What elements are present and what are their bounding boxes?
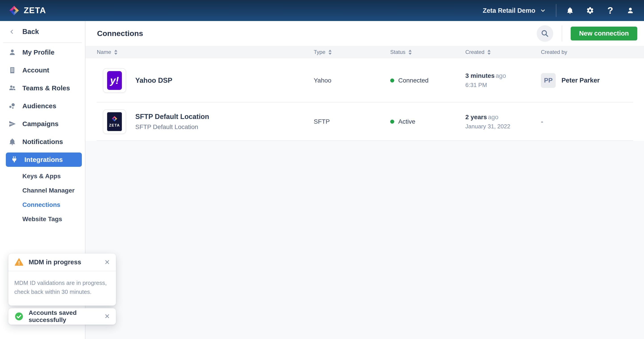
table-row[interactable]: y! Yahoo DSP Yahoo Connected 3 minutes a… <box>86 58 644 102</box>
chevron-down-icon <box>540 8 546 13</box>
chevron-left-icon <box>9 29 15 35</box>
account-user-icon[interactable] <box>626 6 634 15</box>
paper-plane-icon <box>8 120 16 128</box>
users-icon <box>8 84 16 92</box>
toast-title: MDM in progress <box>28 258 104 266</box>
status-dot-icon <box>390 120 394 124</box>
building-icon <box>8 66 16 74</box>
user-icon <box>8 48 16 56</box>
success-check-icon <box>14 312 24 321</box>
connection-name: SFTP Default Location <box>135 113 209 121</box>
sidebar-subitem-website-tags[interactable]: Website Tags <box>0 212 85 226</box>
column-header-name[interactable]: Name <box>97 49 314 55</box>
table-row[interactable]: ZETA SFTP Default Location SFTP Default … <box>86 102 644 141</box>
sidebar-item-teams-roles[interactable]: Teams & Roles <box>0 79 85 97</box>
connection-logo-card: ZETA <box>103 109 126 134</box>
plug-icon <box>10 156 18 164</box>
sort-icon <box>328 50 332 55</box>
connection-logo-card: y! <box>103 68 126 93</box>
sidebar-item-my-profile[interactable]: My Profile <box>0 44 85 61</box>
sidebar-item-campaigns[interactable]: Campaigns <box>0 115 85 133</box>
zeta-logo: ZETA <box>107 112 122 131</box>
yahoo-logo: y! <box>107 71 122 90</box>
search-icon <box>541 29 549 38</box>
sort-icon <box>114 50 118 55</box>
bubbles-icon <box>8 102 16 110</box>
connection-status: Active <box>390 118 465 125</box>
connection-status: Connected <box>390 77 465 84</box>
success-toast: Accounts saved successfully ✕ <box>8 308 116 325</box>
column-header-type[interactable]: Type <box>314 49 390 55</box>
workspace-switcher[interactable]: Zeta Retail Demo <box>483 7 546 14</box>
notifications-bell-icon[interactable] <box>566 6 574 15</box>
table-header-row: Name Type Status Created Created by <box>86 46 644 58</box>
sidebar-divider <box>3 42 82 43</box>
close-icon[interactable]: ✕ <box>104 259 110 266</box>
sidebar-subitem-channel-manager[interactable]: Channel Manager <box>0 183 85 198</box>
back-label: Back <box>22 28 39 36</box>
page-header: Connections New connection <box>86 21 644 46</box>
column-header-created-by: Created by <box>541 49 644 55</box>
connection-created-by: - <box>541 118 644 126</box>
bell-icon <box>8 138 16 146</box>
toast-message: MDM ID validations are in progress, chec… <box>8 271 116 306</box>
main-content: Connections New connection Name Type Sta… <box>86 21 644 339</box>
sidebar-subitem-connections[interactable]: Connections <box>0 198 85 212</box>
sidebar-item-integrations[interactable]: Integrations <box>6 152 82 167</box>
warning-toast: MDM in progress ✕ MDM ID validations are… <box>8 253 116 306</box>
help-icon[interactable]: ? <box>606 6 614 15</box>
topbar-divider <box>556 4 556 17</box>
new-connection-button[interactable]: New connection <box>571 26 637 40</box>
zeta-diamond-logo-icon <box>9 5 19 16</box>
header-divider <box>562 26 562 42</box>
sort-icon <box>408 50 412 55</box>
top-bar: ZETA Zeta Retail Demo ? <box>0 0 644 21</box>
close-icon[interactable]: ✕ <box>104 313 110 320</box>
warning-triangle-icon <box>14 258 24 267</box>
settings-gear-icon[interactable] <box>586 6 594 15</box>
sidebar-item-notifications[interactable]: Notifications <box>0 133 85 151</box>
connection-created: 2 years ago January 31, 2022 <box>465 114 541 130</box>
status-dot-icon <box>390 78 394 82</box>
sidebar-subitem-keys-apps[interactable]: Keys & Apps <box>0 169 85 183</box>
column-header-created[interactable]: Created <box>465 49 541 55</box>
sort-icon <box>488 50 490 55</box>
connection-type: Yahoo <box>314 77 390 84</box>
avatar: PP <box>541 73 556 88</box>
toast-title: Accounts saved successfully <box>28 309 104 324</box>
connection-created-by: PP Peter Parker <box>541 73 644 88</box>
workspace-name: Zeta Retail Demo <box>483 7 535 14</box>
connection-type: SFTP <box>314 118 390 125</box>
back-button[interactable]: Back <box>0 21 85 42</box>
page-title: Connections <box>97 29 143 38</box>
brand-name: ZETA <box>24 6 46 15</box>
search-button[interactable] <box>537 25 553 42</box>
connections-table: y! Yahoo DSP Yahoo Connected 3 minutes a… <box>86 58 644 141</box>
connection-name: Yahoo DSP <box>135 76 172 84</box>
sidebar-item-audiences[interactable]: Audiences <box>0 97 85 115</box>
sidebar-item-account[interactable]: Account <box>0 61 85 79</box>
column-header-status[interactable]: Status <box>390 49 465 55</box>
connection-subtitle: SFTP Default Location <box>135 124 209 130</box>
brand: ZETA <box>9 5 46 16</box>
connection-created: 3 minutes ago 6:31 PM <box>465 72 541 88</box>
zeta-diamond-icon <box>112 116 118 122</box>
